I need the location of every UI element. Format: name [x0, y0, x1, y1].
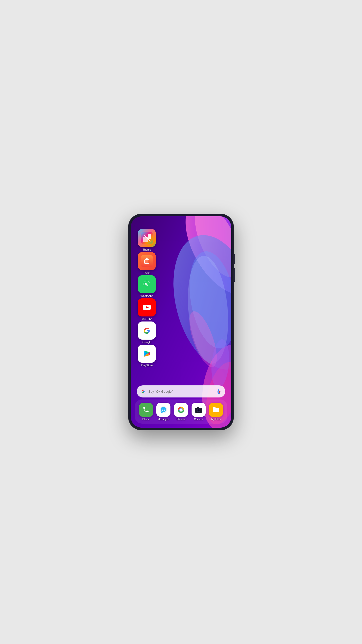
app-item-trash[interactable]: Trash — [138, 252, 156, 274]
svg-rect-16 — [146, 258, 148, 259]
phone-frame: Theme — [128, 214, 234, 430]
svg-marker-11 — [148, 234, 151, 239]
dock-item-myfiles[interactable]: My Files — [209, 403, 223, 421]
phone-screen: Theme — [131, 216, 231, 428]
myfiles-dock-label: My Files — [211, 418, 221, 421]
chrome-dock-label: Chrome — [176, 418, 186, 421]
phone-dock-icon — [139, 403, 153, 417]
chrome-dock-icon — [174, 403, 188, 417]
svg-rect-50 — [197, 407, 199, 408]
search-placeholder: Say "Ok Google" — [148, 390, 214, 393]
dock: Phone Messages — [135, 399, 227, 424]
svg-point-35 — [161, 407, 166, 412]
apps-column: Theme — [138, 229, 156, 367]
dock-item-chrome[interactable]: Chrome — [174, 403, 188, 421]
svg-point-37 — [164, 409, 165, 409]
svg-rect-19 — [148, 260, 148, 264]
youtube-icon — [138, 298, 156, 316]
trash-icon — [138, 252, 156, 270]
app-item-whatsapp[interactable]: WhatsApp — [138, 275, 156, 297]
volume-button-down[interactable] — [234, 268, 235, 282]
svg-rect-18 — [147, 260, 147, 264]
theme-icon — [138, 229, 156, 247]
dock-item-messages[interactable]: Messages — [156, 403, 170, 421]
dock-item-phone[interactable]: Phone — [139, 403, 153, 421]
app-item-playstore[interactable]: PlayStore — [138, 345, 156, 367]
playstore-icon — [138, 345, 156, 363]
camera-dock-label: Camera — [194, 418, 203, 421]
theme-label: Theme — [143, 248, 151, 251]
app-item-theme[interactable]: Theme — [138, 229, 156, 251]
app-item-youtube[interactable]: YouTube — [138, 298, 156, 320]
svg-point-43 — [180, 409, 182, 411]
camera-dock-icon — [192, 403, 206, 417]
messages-dock-icon — [156, 403, 170, 417]
volume-button[interactable] — [234, 254, 235, 264]
whatsapp-label: WhatsApp — [141, 294, 153, 297]
dock-item-camera[interactable]: Camera — [192, 403, 206, 421]
microphone-icon[interactable] — [216, 389, 221, 394]
messages-dock-label: Messages — [158, 418, 169, 421]
search-bar[interactable]: Say "Ok Google" — [137, 385, 225, 397]
svg-point-36 — [162, 409, 163, 409]
playstore-label: PlayStore — [141, 364, 153, 367]
svg-point-49 — [198, 409, 198, 410]
youtube-label: YouTube — [141, 317, 152, 320]
whatsapp-icon — [138, 275, 156, 293]
google-search-icon — [141, 389, 146, 394]
google-icon — [138, 321, 156, 340]
svg-rect-51 — [200, 409, 201, 409]
phone-dock-label: Phone — [142, 418, 150, 421]
myfiles-dock-icon — [209, 403, 223, 417]
google-label: Google — [142, 341, 151, 344]
app-item-google[interactable]: Google — [138, 321, 156, 344]
trash-label: Trash — [143, 271, 150, 274]
svg-marker-12 — [143, 237, 148, 242]
svg-rect-17 — [146, 260, 146, 264]
